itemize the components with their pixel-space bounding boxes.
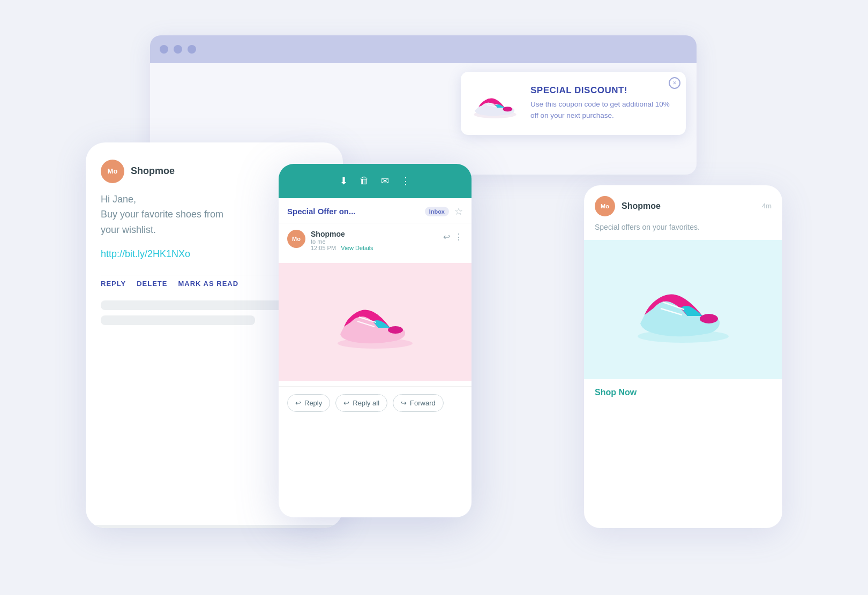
mark-read-button-left[interactable]: MARK AS READ bbox=[178, 280, 238, 288]
message-more-icon[interactable]: ⋮ bbox=[454, 232, 463, 242]
message-sender: Shopmoe bbox=[311, 230, 438, 238]
phone-center: ⬇︎ 🗑 ✉ ⋮ Special Offer on... Inbox ☆ Mo … bbox=[279, 164, 472, 517]
forward-button-center[interactable]: ↪ Forward bbox=[393, 394, 444, 412]
email-time-right: 4m bbox=[762, 202, 772, 210]
reply-arrow-icon: ↩ bbox=[295, 399, 301, 407]
avatar-right: Mo bbox=[595, 196, 615, 216]
sender-name-left: Shopmoe bbox=[131, 165, 289, 177]
trash-icon[interactable]: 🗑 bbox=[360, 175, 369, 186]
sender-name-right: Shopmoe bbox=[622, 201, 755, 211]
shoe-icon-right bbox=[630, 272, 737, 347]
message-time: 12:05 PM View Details bbox=[311, 245, 438, 251]
svg-point-11 bbox=[700, 314, 718, 323]
shoe-icon-notif bbox=[471, 85, 519, 122]
browser-dot-yellow bbox=[174, 45, 182, 54]
reply-button-left[interactable]: REPLY bbox=[101, 280, 126, 288]
more-icon[interactable]: ⋮ bbox=[401, 175, 410, 187]
browser-titlebar bbox=[150, 35, 697, 63]
right-phone-preview: Special offers on your favorites. bbox=[584, 223, 782, 240]
delete-button-left[interactable]: DELETE bbox=[137, 280, 167, 288]
notification-shoe-image bbox=[468, 79, 522, 127]
email-client-footer: ↩ Reply ↩ Reply all ↪ Forward bbox=[279, 386, 472, 419]
notification-body: Use this coupon code to get additional 1… bbox=[530, 99, 676, 121]
avatar-left: Mo bbox=[101, 160, 124, 183]
inbox-badge: Inbox bbox=[425, 207, 449, 216]
reply-button-center[interactable]: ↩ Reply bbox=[287, 394, 330, 412]
message-action-icons: ↩ ⋮ bbox=[443, 232, 463, 242]
reply-all-arrow-icon: ↩ bbox=[343, 399, 349, 407]
shop-now-button[interactable]: Shop Now bbox=[584, 379, 782, 406]
notification-title: SPECIAL DISCOUNT! bbox=[530, 85, 676, 96]
shoe-icon-center bbox=[332, 292, 418, 351]
message-meta: Shopmoe to me 12:05 PM View Details bbox=[311, 230, 438, 251]
reply-all-button-center[interactable]: ↩ Reply all bbox=[335, 394, 387, 412]
mail-icon[interactable]: ✉ bbox=[381, 175, 389, 187]
svg-point-7 bbox=[388, 326, 403, 334]
email-subject: Special Offer on... bbox=[287, 207, 420, 216]
avatar-center: Mo bbox=[287, 230, 305, 248]
forward-arrow-icon: ↪ bbox=[401, 399, 407, 407]
browser-dot-green bbox=[188, 45, 196, 54]
browser-dot-red bbox=[160, 45, 168, 54]
close-icon[interactable]: × bbox=[669, 77, 680, 89]
shoe-image-center bbox=[279, 263, 472, 381]
message-to: to me bbox=[311, 238, 438, 245]
message-header: Mo Shopmoe to me 12:05 PM View Details ↩ bbox=[287, 230, 463, 251]
email-client-message: Mo Shopmoe to me 12:05 PM View Details ↩ bbox=[279, 223, 472, 258]
email-client-toolbar: ⬇︎ 🗑 ✉ ⋮ bbox=[279, 164, 472, 198]
right-phone-header: Mo Shopmoe 4m bbox=[584, 185, 782, 223]
phone-left-bottom-bar bbox=[86, 525, 343, 528]
gray-block-2 bbox=[101, 315, 255, 325]
scene: SPECIAL DISCOUNT! Use this coupon code t… bbox=[86, 35, 782, 560]
shoe-image-right bbox=[584, 240, 782, 379]
star-icon[interactable]: ☆ bbox=[454, 206, 463, 217]
notification-text: SPECIAL DISCOUNT! Use this coupon code t… bbox=[530, 85, 676, 121]
svg-point-3 bbox=[503, 107, 512, 111]
notification-popup: SPECIAL DISCOUNT! Use this coupon code t… bbox=[461, 72, 686, 135]
reply-icon[interactable]: ↩ bbox=[443, 232, 450, 242]
phone-right: Mo Shopmoe 4m Special offers on your fav… bbox=[584, 185, 782, 528]
email-client-header: Special Offer on... Inbox ☆ bbox=[279, 198, 472, 223]
archive-icon[interactable]: ⬇︎ bbox=[340, 175, 348, 187]
view-details-link[interactable]: View Details bbox=[341, 245, 373, 251]
